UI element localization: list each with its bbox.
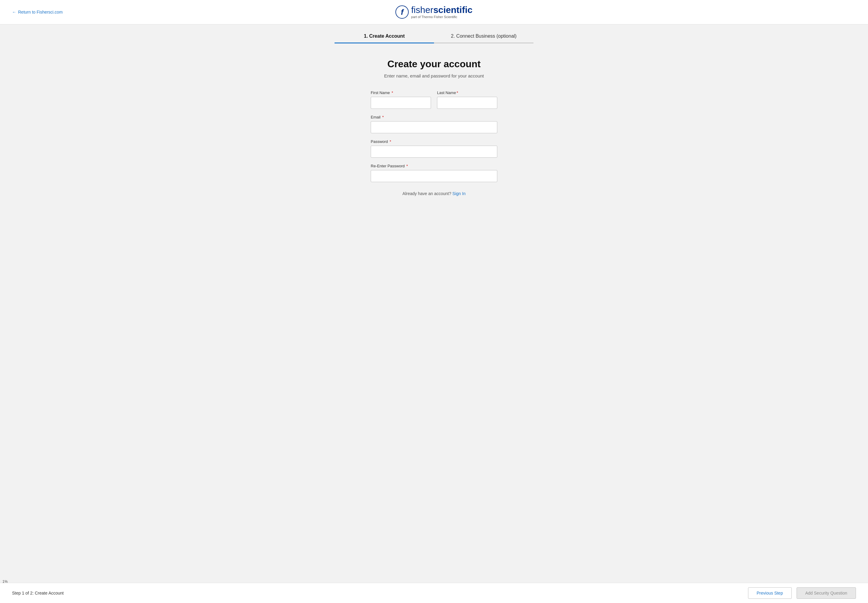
logo-container: f fisherscientific part of Thermo Fisher… <box>395 5 472 19</box>
first-name-required: * <box>391 90 393 95</box>
last-name-required: * <box>457 90 458 95</box>
page-title: Create your account <box>387 59 480 70</box>
main-content: Create your account Enter name, email an… <box>0 43 868 603</box>
tab-create-account[interactable]: 1. Create Account <box>335 34 434 43</box>
logo-sub-text: part of Thermo Fisher Scientific <box>411 15 472 19</box>
logo-area: f fisherscientific part of Thermo Fisher… <box>395 5 472 19</box>
page-subtitle: Enter name, email and password for your … <box>384 73 484 78</box>
logo-circle-icon: f <box>395 5 409 19</box>
sign-in-prompt: Already have an account? Sign In <box>371 191 497 196</box>
page-header: ← Return to Fishersci.com f fisherscient… <box>0 0 868 25</box>
first-name-input[interactable] <box>371 97 431 109</box>
tabs-container: 1. Create Account 2. Connect Business (o… <box>0 25 868 43</box>
last-name-input[interactable] <box>437 97 497 109</box>
first-name-group: First Name * <box>371 90 431 109</box>
reenter-password-label: Re-Enter Password * <box>371 164 497 168</box>
reenter-password-required: * <box>405 164 408 168</box>
last-name-label: Last Name* <box>437 90 497 95</box>
return-link[interactable]: ← Return to Fishersci.com <box>12 10 63 14</box>
email-group: Email * <box>371 115 497 133</box>
tab-connect-business[interactable]: 2. Connect Business (optional) <box>434 34 533 43</box>
footer: Step 1 of 2: Create Account Previous Ste… <box>0 583 868 603</box>
return-link-text: Return to Fishersci.com <box>18 10 63 14</box>
footer-step-info: Step 1 of 2: Create Account <box>12 591 63 595</box>
logo-text: fisherscientific part of Thermo Fisher S… <box>411 5 472 19</box>
email-input[interactable] <box>371 121 497 133</box>
name-row: First Name * Last Name* <box>371 90 497 109</box>
password-required: * <box>389 139 391 144</box>
password-label: Password * <box>371 139 497 144</box>
password-input[interactable] <box>371 145 497 158</box>
logo-main-text: fisherscientific <box>411 5 472 14</box>
footer-buttons: Previous Step Add Security Question <box>748 588 856 599</box>
logo-letter: f <box>401 8 403 17</box>
sign-in-prompt-text: Already have an account? <box>402 191 451 196</box>
first-name-label: First Name * <box>371 90 431 95</box>
password-group: Password * <box>371 139 497 158</box>
account-form: First Name * Last Name* Email * Password… <box>371 90 497 196</box>
sign-in-link[interactable]: Sign In <box>453 191 466 196</box>
logo-regular-text: fisher <box>411 5 433 15</box>
email-label: Email * <box>371 115 497 119</box>
reenter-password-group: Re-Enter Password * <box>371 164 497 182</box>
arrow-left-icon: ← <box>12 10 16 14</box>
tabs: 1. Create Account 2. Connect Business (o… <box>335 34 533 43</box>
email-required: * <box>381 115 384 119</box>
previous-step-button[interactable]: Previous Step <box>748 588 792 599</box>
last-name-group: Last Name* <box>437 90 497 109</box>
reenter-password-input[interactable] <box>371 170 497 182</box>
add-security-question-button[interactable]: Add Security Question <box>797 588 856 599</box>
logo-bold-text: scientific <box>433 5 473 15</box>
